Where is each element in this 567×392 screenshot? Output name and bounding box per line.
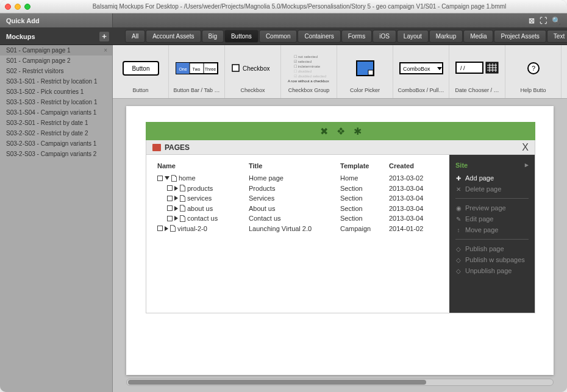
svg-text:☐ disabled: ☐ disabled — [294, 69, 312, 73]
add-mockup-button[interactable]: + — [99, 32, 109, 41]
row-title: Home page — [246, 173, 338, 184]
pages-app-icon — [152, 144, 161, 151]
checkbox-icon[interactable] — [157, 176, 163, 181]
row-template: Section — [338, 213, 387, 224]
row-created: 2013-03-04 — [387, 204, 441, 214]
canvas-area: ✖ ❖ ✱ PAGES X Name — [113, 99, 567, 392]
row-title: Launching Virtual 2.0 — [246, 224, 338, 234]
checkbox-icon[interactable] — [157, 226, 163, 231]
filter-tab-forms[interactable]: Forms — [341, 30, 372, 43]
svg-rect-9 — [232, 65, 239, 71]
zoom-traffic-light[interactable] — [24, 4, 30, 10]
mockup-pages-app: ✖ ❖ ✱ PAGES X Name — [146, 122, 535, 313]
filter-tab-layout[interactable]: Layout — [397, 30, 429, 43]
library-item-checkbox[interactable]: CheckboxCheckbox — [225, 45, 281, 98]
checkbox-icon[interactable] — [167, 185, 173, 191]
row-template: Section — [338, 193, 387, 204]
checkbox-icon[interactable] — [167, 216, 173, 221]
filter-tab-ios[interactable]: iOS — [373, 30, 396, 43]
action-icon: ◉ — [455, 205, 462, 212]
fullscreen-icon[interactable]: ⛶ — [540, 16, 547, 25]
library-item-color[interactable]: Color Picker — [337, 45, 393, 98]
star-icon: ✱ — [354, 126, 362, 137]
row-title: Contact us — [246, 213, 338, 224]
expand-icon[interactable] — [174, 216, 178, 221]
close-icon[interactable]: X — [522, 142, 529, 153]
sidebar-item[interactable]: S03-2-S03 - Campaign variants 2 — [0, 149, 112, 159]
filter-tab-account-assets[interactable]: Account Assets — [146, 30, 201, 43]
filter-tab-media[interactable]: Media — [463, 30, 493, 43]
table-row[interactable]: homeHome pageHome2013-03-02 — [155, 173, 441, 184]
expand-icon[interactable] — [174, 206, 178, 211]
canvas[interactable]: ✖ ❖ ✱ PAGES X Name — [126, 106, 554, 375]
checkbox-icon[interactable] — [167, 196, 173, 201]
mockups-sidebar: S01 - Campaign page 1×S01 - Campaign pag… — [0, 45, 113, 392]
library-item-label: Help Butto — [520, 87, 546, 93]
row-title: About us — [246, 204, 338, 214]
svg-text:☑ selected: ☑ selected — [294, 60, 312, 63]
page-icon — [180, 205, 185, 212]
filter-tab-all[interactable]: All — [125, 30, 145, 43]
library-item-help[interactable]: ?Help Butto — [505, 45, 562, 98]
library-item-date[interactable]: / /Date Chooser / … — [449, 45, 505, 98]
row-template: Section — [338, 204, 387, 214]
search-icon[interactable]: 🔍 — [552, 16, 561, 25]
chevron-right-icon[interactable]: ▸ — [525, 161, 529, 169]
expand-icon[interactable] — [174, 186, 178, 191]
pages-table: Name Title Template Created homeHome pag… — [146, 155, 449, 313]
table-row[interactable]: contact usContact usSection2013-03-04 — [155, 213, 441, 224]
close-tab-icon[interactable]: × — [104, 47, 107, 54]
sidebar-item[interactable]: S02 - Restrict visitors — [0, 66, 112, 76]
filter-tab-text[interactable]: Text — [547, 30, 567, 43]
row-created: 2013-03-02 — [387, 173, 441, 184]
row-template: Home — [338, 173, 387, 184]
toggle-panels-icon[interactable]: ⊠ — [529, 16, 535, 25]
filter-tab-markup[interactable]: Markup — [429, 30, 463, 43]
quick-add-button[interactable]: Quick Add — [0, 13, 113, 27]
sidebar-item[interactable]: S03-2-S03 - Campaign variants 1 — [0, 138, 112, 149]
library-item-bbar[interactable]: OneTwoThreeButton Bar / Tab … — [169, 45, 225, 98]
action-label: Move page — [465, 226, 498, 233]
filter-tab-big[interactable]: Big — [202, 30, 224, 43]
action-add-page[interactable]: ✚Add page — [455, 173, 529, 184]
table-row[interactable]: servicesServicesSection2013-03-04 — [155, 193, 441, 204]
sidebar-item[interactable]: S01 - Campaign page 2 — [0, 55, 112, 66]
expand-icon[interactable] — [165, 226, 168, 231]
filter-tab-buttons[interactable]: Buttons — [224, 30, 259, 43]
horizontal-scrollbar[interactable] — [126, 379, 554, 386]
table-row[interactable]: about usAbout usSection2013-03-04 — [155, 204, 441, 214]
library-item-cbgroup[interactable]: ☐ not selected☑ selected☐ indeterminate☐… — [281, 45, 337, 98]
expand-icon[interactable] — [165, 176, 169, 180]
sidebar-item[interactable]: S01 - Campaign page 1× — [0, 45, 112, 55]
sidebar-item[interactable]: S03-1-S02 - Pick countries 1 — [0, 87, 112, 97]
mockups-heading: Mockups — [6, 33, 35, 40]
svg-text:☐ indeterminate: ☐ indeterminate — [294, 65, 321, 68]
library-item-label: Checkbox Group — [288, 87, 330, 93]
close-traffic-light[interactable] — [5, 4, 11, 10]
page-icon — [180, 195, 185, 202]
filter-tab-project-assets[interactable]: Project Assets — [494, 30, 546, 43]
svg-text:Three: Three — [204, 67, 215, 71]
row-name: home — [179, 174, 196, 182]
sidebar-item[interactable]: S03-1-S04 - Campaign variants 1 — [0, 107, 112, 118]
sidebar-item[interactable]: S03-1-S01 - Restrict by location 1 — [0, 76, 112, 87]
svg-text:Two: Two — [192, 67, 200, 71]
sidebar-item[interactable]: S03-2-S02 - Restrict by date 2 — [0, 128, 112, 138]
minimize-traffic-light[interactable] — [15, 4, 21, 10]
action-preview-page: ◉Preview page — [455, 202, 529, 213]
table-row[interactable]: productsProductsSection2013-03-04 — [155, 184, 441, 194]
action-label: Publish page — [465, 245, 504, 252]
table-row[interactable]: virtual-2-0Launching Virtual 2.0Campaign… — [155, 224, 441, 234]
svg-text:?: ? — [531, 65, 535, 72]
library-item-label: Checkbox — [240, 87, 265, 93]
library-item-button[interactable]: ButtonButton — [113, 45, 169, 98]
sidebar-item[interactable]: S03-2-S01 - Restrict by date 1 — [0, 118, 112, 128]
expand-icon[interactable] — [174, 196, 178, 201]
action-delete-page: ✕Delete page — [455, 184, 529, 194]
library-item-combo[interactable]: ComboBoxComboBox / Pull… — [393, 45, 449, 98]
checkbox-icon[interactable] — [167, 205, 173, 211]
filter-tab-containers[interactable]: Containers — [298, 30, 340, 43]
filter-tab-common[interactable]: Common — [259, 30, 298, 43]
sidebar-item[interactable]: S03-1-S03 - Restrict by location 1 — [0, 97, 112, 107]
action-bar: Quick Add ⊠ ⛶ 🔍 — [0, 13, 567, 28]
